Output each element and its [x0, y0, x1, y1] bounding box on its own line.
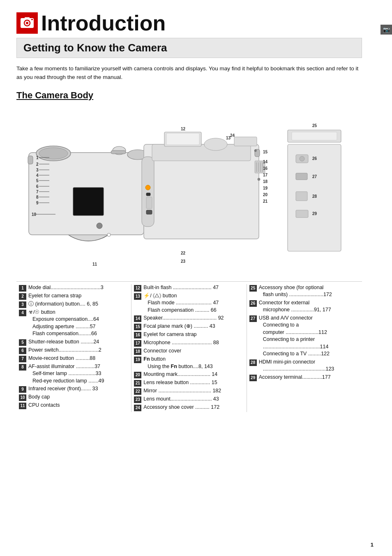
- svg-text:14: 14: [263, 160, 268, 164]
- svg-rect-24: [28, 156, 33, 164]
- camera-diagram-svg: Nikon F mount D3200: [16, 107, 374, 272]
- part-26: 26 Connector for external microphone ...…: [249, 299, 360, 314]
- page-number: 1: [371, 542, 374, 548]
- svg-text:17: 17: [263, 173, 268, 177]
- svg-text:18: 18: [263, 179, 268, 184]
- svg-point-2: [26, 22, 28, 24]
- part-7: 7 Movie-record button ..........88: [19, 355, 129, 362]
- page-title: Introduction: [41, 12, 166, 34]
- svg-text:9: 9: [36, 201, 39, 205]
- section-heading-box: Getting to Know the Camera: [16, 38, 362, 58]
- svg-text:22: 22: [181, 251, 186, 255]
- part-8: 8 AF-assist illuminator .............37 …: [19, 363, 129, 385]
- svg-rect-35: [146, 197, 152, 208]
- svg-text:6: 6: [36, 184, 39, 189]
- section-heading: Getting to Know the Camera: [23, 42, 355, 54]
- intro-body-text: Take a few moments to familiarize yourse…: [16, 65, 362, 82]
- parts-col-1: 1 Mode dial.............................…: [16, 284, 131, 412]
- parts-col-3: 25 Accessory shoe (for optional flash un…: [247, 284, 362, 412]
- side-tab[interactable]: 📷: [380, 25, 392, 35]
- part-16: 16 Eyelet for camera strap: [134, 331, 244, 338]
- part-2: 2 Eyelet for camera strap: [19, 292, 129, 300]
- svg-rect-19: [142, 157, 154, 227]
- svg-text:2: 2: [36, 162, 39, 167]
- svg-text:25: 25: [312, 123, 317, 128]
- part-15: 15 Focal plane mark (⊕) .......... 43: [134, 323, 244, 330]
- svg-text:4: 4: [36, 173, 39, 178]
- svg-rect-13: [111, 151, 126, 154]
- svg-text:5: 5: [36, 178, 39, 183]
- part-25: 25 Accessory shoe (for optional flash un…: [249, 284, 360, 299]
- parts-list: 1 Mode dial.............................…: [16, 281, 362, 412]
- svg-text:23: 23: [181, 259, 186, 264]
- part-3: 3 ⓘ (information) button.... 6, 85: [19, 301, 129, 308]
- camera-diagram: Nikon F mount D3200: [16, 107, 362, 273]
- part-14: 14 Speaker..............................…: [134, 315, 244, 322]
- part-22: 22 Mirror ..............................…: [134, 387, 244, 395]
- svg-text:⊕: ⊕: [254, 148, 257, 153]
- side-tab-icon: 📷: [383, 26, 390, 33]
- part-6: 6 Power switch..........................…: [19, 347, 129, 354]
- svg-rect-80: [296, 210, 308, 218]
- svg-rect-4: [31, 19, 33, 20]
- svg-text:8: 8: [36, 195, 39, 199]
- svg-rect-86: [292, 132, 337, 140]
- svg-text:28: 28: [312, 194, 317, 199]
- svg-rect-33: [146, 193, 150, 196]
- svg-text:16: 16: [263, 166, 268, 171]
- svg-text:1: 1: [36, 155, 39, 160]
- svg-text:20: 20: [263, 192, 268, 197]
- part-11: 11 CPU contacts: [19, 402, 129, 409]
- svg-rect-3: [25, 17, 30, 19]
- part-5: 5 Shutter-release button .........24: [19, 338, 129, 346]
- part-19: 19 Fn button Using the Fn button....8, 1…: [134, 356, 244, 370]
- svg-point-32: [145, 185, 150, 190]
- svg-text:12: 12: [181, 127, 186, 131]
- svg-text:15: 15: [263, 150, 268, 154]
- svg-text:11: 11: [92, 262, 97, 266]
- svg-point-39: [258, 178, 260, 181]
- part-27: 27 USB and A/V connector Connecting to a…: [249, 315, 360, 358]
- part-28: 28 HDMI mini-pin connector .............…: [249, 359, 360, 373]
- part-18: 18 Connector cover: [134, 348, 244, 355]
- svg-rect-23: [234, 137, 257, 146]
- svg-text:10: 10: [32, 212, 37, 217]
- parts-col-2: 12 Built-in flash ......................…: [131, 284, 247, 412]
- svg-text:24: 24: [230, 133, 235, 138]
- intro-icon: [16, 12, 38, 34]
- part-29: 29 Accessory terminal..............177: [249, 374, 360, 381]
- svg-point-40: [107, 233, 111, 236]
- camera-body-heading: The Camera Body: [16, 90, 362, 101]
- part-1: 1 Mode dial.............................…: [19, 284, 129, 292]
- svg-rect-78: [296, 173, 307, 180]
- svg-text:26: 26: [312, 156, 317, 161]
- part-12: 12 Built-in flash ......................…: [134, 284, 244, 292]
- svg-text:3: 3: [36, 168, 39, 172]
- part-23: 23 Lens mount...........................…: [134, 396, 244, 403]
- svg-text:19: 19: [263, 186, 268, 190]
- part-17: 17 Microphone ..........................…: [134, 339, 244, 347]
- intro-header: Introduction: [16, 12, 362, 34]
- svg-text:21: 21: [263, 199, 268, 204]
- svg-point-36: [97, 223, 102, 229]
- svg-point-31: [204, 138, 227, 151]
- svg-text:7: 7: [36, 190, 39, 194]
- svg-rect-22: [166, 133, 199, 145]
- part-21: 21 Lens release button .............. 15: [134, 379, 244, 387]
- svg-point-77: [300, 156, 304, 161]
- part-24: 24 Accessory shoe cover .......... 172: [134, 404, 244, 411]
- svg-rect-79: [296, 192, 307, 201]
- part-4: 4 ☣/☉ button Exposure compensation....64…: [19, 309, 129, 338]
- part-20: 20 Mounting mark....................... …: [134, 371, 244, 378]
- svg-text:27: 27: [312, 174, 317, 179]
- part-10: 10 Body cap: [19, 394, 129, 401]
- part-9: 9 Infrared receiver (front)....... 33: [19, 385, 129, 393]
- svg-rect-34: [146, 210, 152, 214]
- svg-rect-20: [152, 144, 251, 161]
- part-13: 13 ⚡/ 〈△〉 button Flash mode ............…: [134, 292, 244, 314]
- svg-rect-37: [73, 188, 104, 215]
- svg-text:29: 29: [312, 211, 317, 216]
